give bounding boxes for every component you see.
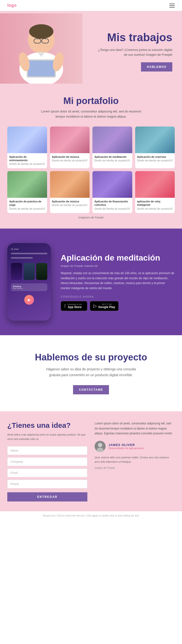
card-title-card-7: Aplicación de financiación colectiva (92, 198, 132, 207)
phone-greeting: Hi, Eve! (11, 248, 47, 250)
card-image-card-8 (135, 171, 175, 198)
app-store-small-text: Download on the (67, 303, 82, 306)
logo: logo (7, 3, 17, 8)
footer-text: Sample text. Click to select the text bo… (43, 514, 139, 517)
meditation-source: Imagen de Freepik, botones de (61, 264, 175, 267)
svg-point-12 (98, 443, 102, 447)
portfolio-card-card-8[interactable]: aplicación de reloj inteligente Diseño d… (135, 171, 175, 213)
consigue-label: CONSÍGUELO AHORA (61, 296, 175, 298)
card-image-card-1 (7, 126, 47, 153)
author-role: Desarrollador de aplicaciones (108, 447, 144, 450)
card-image-card-7 (92, 171, 132, 198)
card-title-card-5: Aplicación de práctica de yoga (7, 198, 47, 207)
hero-cta-button[interactable]: HABLEMOS (141, 62, 172, 72)
card-title-card-1: Aplicación de entrenamiento (7, 153, 47, 163)
card-desc-card-6: Diseño de interfaz de usuario/UX (50, 204, 90, 207)
card-image-card-6 (50, 171, 90, 198)
app-store-text: Download on the App Store (67, 303, 82, 309)
phone-card: Sleeping Start session (11, 283, 47, 291)
google-play-label: Google Play (98, 306, 115, 309)
google-play-small-text: GET IT ON (98, 303, 115, 306)
hamburger-line-2 (169, 5, 175, 6)
hero-section: Mis trabajos ¿Tenga una idea? ¡Creemos j… (0, 11, 182, 84)
name-field-group (7, 446, 87, 455)
app-store-button[interactable]:  Download on the App Store (61, 301, 87, 311)
card-desc-card-3: Diseño de interfaz de usuario/UX (92, 159, 132, 162)
testimonial-author: JAMES OLIVER Desarrollador de aplicacion… (95, 441, 175, 452)
submit-button[interactable]: ENTREGAR (7, 492, 87, 502)
card-title-card-4: Aplicación de reservas (135, 153, 175, 159)
svg-point-2 (29, 24, 53, 39)
meditation-description: Nispand, creada con un conocimiento de m… (61, 271, 175, 290)
portfolio-card-card-4[interactable]: Aplicación de reservas Diseño de interfa… (135, 126, 175, 168)
phone-card-sub: Start session (13, 288, 45, 289)
hero-illustration (5, 13, 78, 84)
google-play-text: GET IT ON Google Play (98, 303, 115, 309)
header: logo (0, 0, 182, 11)
card-desc-card-5: Diseño de interfaz de usuario/UX (7, 207, 47, 211)
portfolio-grid-row1: Aplicación de entrenamiento Diseño de in… (7, 126, 175, 168)
google-play-icon: ▷ (93, 303, 97, 308)
card-desc-card-4: Diseño de interfaz de usuario/UX (135, 159, 175, 162)
google-play-button[interactable]: ▷ GET IT ON Google Play (90, 301, 119, 311)
contact-title: Hablemos de su proyecto (35, 352, 147, 362)
hero-image (0, 13, 83, 84)
store-buttons:  Download on the App Store ▷ GET IT ON … (61, 301, 175, 311)
contact-cta-button[interactable]: CONTÁCTAME (73, 385, 109, 394)
portfolio-card-card-1[interactable]: Aplicación de entrenamiento Diseño de in… (7, 126, 47, 168)
contact-subtitle: Háganos saber su idea de proyecto y obte… (40, 366, 142, 378)
card-desc-card-1: Diseño de interfaz de usuario/UX (7, 162, 47, 166)
meditation-content: Aplicación de meditación Imagen de Freep… (61, 253, 175, 311)
portfolio-card-card-5[interactable]: Aplicación de práctica de yoga Diseño de… (7, 171, 47, 213)
card-title-card-8: aplicación de reloj inteligente (135, 198, 175, 207)
phone-screen: Hi, Eve! Sleeping Start session ▶ (11, 248, 47, 306)
portfolio-card-card-2[interactable]: Aplicación de música Diseño de interfaz … (50, 126, 90, 168)
card-desc-card-8: Diseño de interfaz de usuario/UX (135, 207, 175, 211)
email-input[interactable] (7, 468, 87, 477)
phone-input[interactable] (7, 480, 87, 488)
portfolio-footer-credit: Imágenes de Freepik (7, 216, 175, 219)
left-description: Amet tellus cras adipiscing enim eu turp… (7, 433, 87, 441)
portfolio-credit-text: Imágenes de Freepik (78, 216, 103, 219)
card-title-card-2: Aplicación de música (50, 153, 90, 159)
testimonial-quote: Quis viverra nibh cras pulvinar mattis. … (95, 455, 175, 464)
right-text: Lorem ipsum dolor sit amet, consectetur … (95, 421, 175, 436)
author-info: JAMES OLIVER Desarrollador de aplicacion… (108, 443, 144, 450)
portfolio-card-card-3[interactable]: Aplicación de meditación Diseño de inter… (92, 126, 132, 168)
name-input[interactable] (7, 446, 87, 455)
company-input[interactable] (7, 457, 87, 466)
phone-bar-1 (11, 253, 47, 254)
contact-section: Hablemos de su proyecto Háganos saber su… (0, 335, 182, 412)
phone-mockup: Hi, Eve! Sleeping Start session ▶ (7, 243, 51, 321)
phone-card-title: Sleeping (13, 285, 45, 288)
card-image-card-3 (92, 126, 132, 153)
portfolio-card-card-7[interactable]: Aplicación de financiación colectiva Dis… (92, 171, 132, 213)
phone-bar-2 (11, 257, 33, 258)
hero-subtitle: ¿Tenga una idea? ¡Creemos juntos la solu… (95, 48, 172, 57)
portfolio-grid-row2: Aplicación de práctica de yoga Diseño de… (7, 171, 175, 213)
card-image-card-2 (50, 126, 90, 153)
card-desc-card-7: Diseño de interfaz de usuario/UX (92, 207, 132, 211)
portfolio-title: Mi portafolio (7, 96, 175, 106)
app-store-label: App Store (67, 306, 82, 309)
hero-content: Mis trabajos ¿Tenga una idea? ¡Creemos j… (95, 22, 182, 84)
left-title: ¿Tienes una idea? (7, 421, 87, 430)
meditation-section: Hi, Eve! Sleeping Start session ▶ Aplica… (0, 228, 182, 335)
hero-title: Mis trabajos (95, 31, 172, 44)
portfolio-card-card-6[interactable]: Aplicación de música Diseño de interfaz … (50, 171, 90, 213)
phone-field-group (7, 480, 87, 488)
avatar-image (95, 441, 106, 452)
card-title-card-6: Aplicación de música (50, 198, 90, 204)
meditation-title: Aplicación de meditación (61, 253, 175, 263)
image-credit: Imagen de Freepik (95, 466, 175, 469)
hamburger-line-1 (169, 4, 175, 4)
hamburger-line-3 (169, 7, 175, 8)
bottom-section: ¿Tienes una idea? Amet tellus cras adipi… (0, 411, 182, 511)
company-field-group (7, 457, 87, 466)
author-avatar (95, 441, 106, 452)
author-name: JAMES OLIVER (108, 443, 144, 447)
card-image-card-4 (135, 126, 175, 153)
card-image-card-5 (7, 171, 47, 198)
hamburger-menu[interactable] (169, 4, 175, 8)
phone-play-button[interactable]: ▶ (24, 295, 34, 305)
